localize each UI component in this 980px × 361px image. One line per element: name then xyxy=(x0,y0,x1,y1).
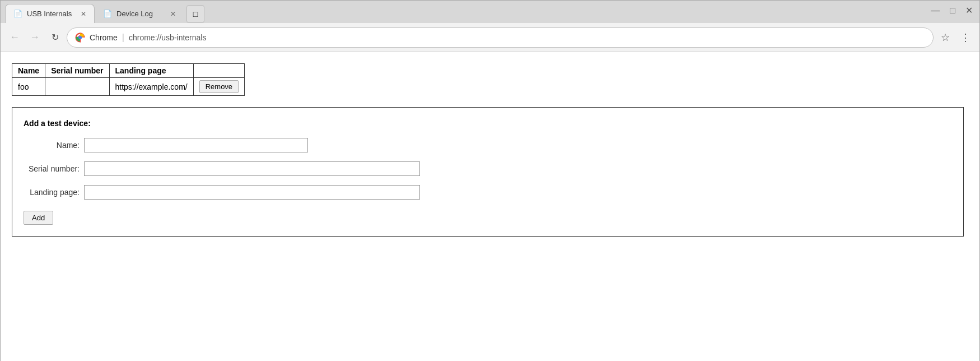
add-button[interactable]: Add xyxy=(24,211,53,225)
page-content: Name Serial number Landing page foo http… xyxy=(1,52,979,361)
address-separator: | xyxy=(122,33,124,43)
tab-usb-internals-label: USB Internals xyxy=(27,10,72,18)
landing-input[interactable] xyxy=(84,185,420,200)
page-icon: 📄 xyxy=(13,10,22,18)
address-bar[interactable]: Chrome | chrome://usb-internals xyxy=(67,27,934,48)
device-serial-cell xyxy=(45,78,109,96)
name-form-row: Name: xyxy=(24,138,952,152)
name-input[interactable] xyxy=(84,138,308,152)
tab-device-log-close[interactable]: ✕ xyxy=(170,10,176,18)
landing-label: Landing page: xyxy=(24,188,80,197)
maximize-button[interactable]: □ xyxy=(950,6,955,15)
minimize-button[interactable]: — xyxy=(931,6,940,15)
add-device-section: Add a test device: Name: Serial number: … xyxy=(12,107,964,237)
reload-button[interactable]: ↻ xyxy=(46,29,63,46)
landing-form-row: Landing page: xyxy=(24,185,952,200)
device-table: Name Serial number Landing page foo http… xyxy=(12,63,245,96)
device-name-cell: foo xyxy=(12,78,45,96)
address-url: chrome://usb-internals xyxy=(129,33,207,42)
chrome-logo-icon xyxy=(75,33,85,43)
tab-usb-internals[interactable]: 📄 USB Internals ✕ xyxy=(5,4,95,23)
tab-device-log-label: Device Log xyxy=(116,10,153,18)
page-icon-2: 📄 xyxy=(103,10,112,18)
serial-input[interactable] xyxy=(84,161,420,176)
table-row: foo https://example.com/ Remove xyxy=(12,78,245,96)
browser-window: 📄 USB Internals ✕ 📄 Device Log ✕ □ — □ ✕… xyxy=(0,0,980,361)
remove-button[interactable]: Remove xyxy=(199,80,239,93)
add-device-title: Add a test device: xyxy=(24,119,952,128)
new-tab-icon: □ xyxy=(193,10,198,18)
name-label: Name: xyxy=(24,141,80,150)
svg-point-1 xyxy=(78,36,82,39)
table-header-serial: Serial number xyxy=(45,64,109,78)
bookmark-button[interactable]: ☆ xyxy=(937,29,954,46)
forward-button[interactable]: → xyxy=(26,29,43,46)
table-header-action xyxy=(193,64,244,78)
toolbar-right: ☆ ⋮ xyxy=(937,29,974,46)
window-controls: — □ ✕ xyxy=(931,6,973,15)
address-brand: Chrome xyxy=(90,33,118,42)
table-header-landing: Landing page xyxy=(109,64,193,78)
tab-bar: 📄 USB Internals ✕ 📄 Device Log ✕ □ — □ ✕ xyxy=(1,1,979,23)
toolbar: ← → ↻ Chrome | chrome://usb-internals ☆ … xyxy=(1,23,979,52)
menu-button[interactable]: ⋮ xyxy=(957,29,974,46)
serial-label: Serial number: xyxy=(24,164,80,173)
table-header-name: Name xyxy=(12,64,45,78)
serial-form-row: Serial number: xyxy=(24,161,952,176)
back-button[interactable]: ← xyxy=(6,29,23,46)
device-landing-cell: https://example.com/ xyxy=(109,78,193,96)
close-button[interactable]: ✕ xyxy=(965,6,973,15)
device-action-cell: Remove xyxy=(193,78,244,96)
new-tab-button[interactable]: □ xyxy=(186,5,204,23)
tab-device-log[interactable]: 📄 Device Log ✕ xyxy=(95,4,184,23)
tab-usb-internals-close[interactable]: ✕ xyxy=(81,10,86,18)
